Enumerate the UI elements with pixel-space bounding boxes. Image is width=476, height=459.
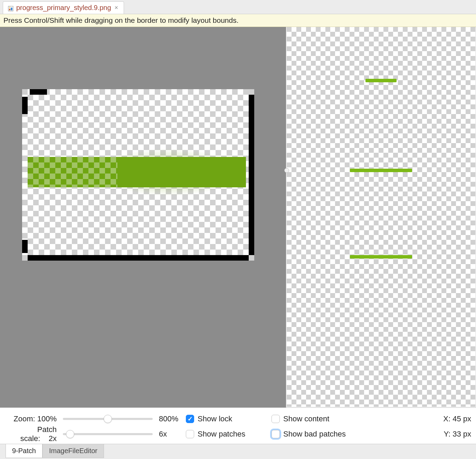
patch-edge-bottom[interactable] [28,255,249,261]
show-bad-patches-checkbox[interactable] [272,430,280,438]
patch-scale-max-label: 6x [159,430,180,439]
svg-rect-1 [9,9,10,10]
show-content-group: Show content [272,414,351,423]
nine-patch-canvas[interactable] [22,89,254,261]
show-patches-checkbox[interactable] [186,430,194,438]
patch-scale-label: Patch scale: 2x [5,425,57,443]
patch-edge-left[interactable] [22,97,28,114]
preview-pane [286,27,476,408]
patch-edge-top[interactable] [30,89,47,95]
preview-checker-bg [287,27,475,407]
tab-image-file-editor[interactable]: ImageFileEditor [42,444,104,458]
show-content-label: Show content [283,414,329,423]
patch-edge-right[interactable] [249,95,254,255]
show-content-checkbox[interactable] [272,415,280,423]
progress-bar-fade [28,157,117,187]
file-tab-label: progress_primary_styled.9.png [16,4,111,12]
preview-bar [350,169,412,172]
zoom-max-label: 800% [159,414,180,423]
editor-tab-bar: progress_primary_styled.9.png × [0,0,476,14]
svg-point-3 [9,7,10,8]
patch-edge-left-bottom[interactable] [22,240,28,253]
corner-marker [249,255,254,261]
bottom-controls: Zoom: 100% 800% Show lock Show content X… [0,408,476,444]
preview-bar [350,255,412,259]
show-lock-group: Show lock [186,414,265,423]
file-tab[interactable]: progress_primary_styled.9.png × [3,1,124,14]
hint-bar: Press Control/Shift while dragging on th… [0,14,476,27]
corner-marker [22,89,28,95]
preview-bar [365,79,397,82]
bottom-tab-bar: 9-Patch ImageFileEditor [0,444,476,459]
coord-y: Y: 33 px [437,430,471,439]
show-patches-group: Show patches [186,430,265,439]
preview-medium [350,169,412,172]
close-icon[interactable]: × [114,4,119,11]
show-patches-label: Show patches [198,430,245,439]
show-lock-label: Show lock [198,414,232,423]
zoom-slider[interactable] [63,415,153,423]
control-row-2: Patch scale: 2x 6x Show patches Show bad… [5,427,471,442]
preview-small [365,79,397,82]
show-bad-patches-group: Show bad patches [272,430,351,439]
image-file-icon [8,5,13,11]
patch-scale-slider[interactable] [63,430,153,438]
zoom-label: Zoom: 100% [5,414,57,423]
nine-patch-editor-viewport[interactable] [0,27,286,408]
preview-large [350,255,412,259]
slider-thumb[interactable] [66,430,74,438]
slider-track [63,433,153,435]
corner-marker [22,255,28,261]
corner-marker [249,89,254,95]
svg-rect-2 [11,8,12,10]
preview-resize-handle[interactable] [284,168,289,173]
control-row-1: Zoom: 100% 800% Show lock Show content X… [5,411,471,427]
show-bad-patches-label: Show bad patches [283,430,346,439]
coord-x: X: 45 px [437,414,471,423]
tab-9patch[interactable]: 9-Patch [6,444,42,458]
slider-thumb[interactable] [104,415,112,423]
show-lock-checkbox[interactable] [186,415,194,423]
main-area [0,27,476,408]
